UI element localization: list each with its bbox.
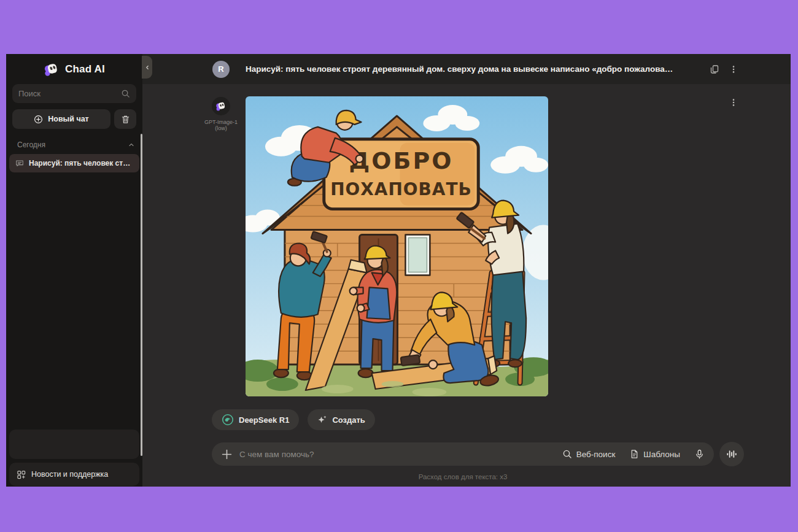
microphone-button[interactable]	[695, 449, 704, 460]
app-window: Chad AI Поиск Новый чат	[6, 54, 791, 487]
desktop-background: Chad AI Поиск Новый чат	[0, 0, 798, 532]
model-variant: (low)	[201, 125, 241, 131]
sidebar-collapse-button[interactable]	[142, 56, 152, 79]
document-icon	[630, 449, 639, 459]
model-meta: GPT-Image-1 (low)	[201, 97, 241, 131]
search-input[interactable]: Поиск	[12, 84, 136, 103]
chad-ai-logo-icon	[44, 61, 60, 77]
composer[interactable]: С чем вам помочь? Веб-поиск	[212, 442, 714, 466]
generated-image[interactable]: ДОБРО ПОХАПОВАТЬ	[246, 96, 548, 396]
chat-header: R Нарисуй: пять человек строят деревянны…	[142, 54, 791, 84]
kebab-menu-icon	[729, 64, 738, 74]
create-button[interactable]: Создать	[308, 409, 374, 430]
voice-mode-button[interactable]	[719, 442, 744, 466]
model-name: GPT-Image-1	[201, 119, 241, 125]
chat-item-label: Нарисуй: пять человек стро...	[29, 159, 133, 168]
chat-list-item[interactable]: Нарисуй: пять человек стро...	[9, 154, 139, 172]
search-icon	[562, 449, 572, 459]
trash-icon	[121, 115, 130, 124]
brand-name: Chad AI	[65, 63, 105, 75]
model-avatar	[212, 97, 230, 115]
word-cost-note: Расход слов для текста: x3	[212, 473, 714, 480]
sidebar-banner	[9, 430, 139, 459]
brand: Chad AI	[6, 61, 142, 77]
chevron-up-icon[interactable]	[128, 141, 135, 148]
user-message: Нарисуй: пять человек строят деревянный …	[246, 64, 675, 74]
kebab-menu-icon	[729, 98, 738, 107]
user-avatar: R	[212, 61, 230, 78]
search-icon	[121, 89, 130, 98]
house-illustration: ДОБРО ПОХАПОВАТЬ	[246, 96, 548, 396]
chevron-left-icon	[144, 64, 150, 71]
chat-body: GPT-Image-1 (low)	[142, 84, 791, 487]
message-menu-button[interactable]	[729, 64, 738, 74]
copy-icon	[710, 64, 719, 74]
chat-bubble-icon	[15, 159, 24, 168]
attach-button[interactable]	[222, 449, 232, 460]
news-support-label: Новости и поддержка	[31, 470, 108, 479]
plus-icon	[222, 449, 232, 460]
equalizer-icon	[726, 449, 737, 460]
news-support-button[interactable]: Новости и поддержка	[9, 463, 139, 486]
main-panel: R Нарисуй: пять человек строят деревянны…	[142, 54, 791, 487]
delete-chats-button[interactable]	[114, 109, 136, 129]
microphone-icon	[695, 449, 704, 460]
sidebar: Chad AI Поиск Новый чат	[6, 54, 142, 487]
sign-text-line1: ДОБРО	[349, 147, 454, 174]
sign-text-line2: ПОХАПОВАТЬ	[330, 179, 472, 199]
response-menu-button[interactable]	[729, 98, 738, 107]
deepseek-logo-icon	[222, 414, 234, 426]
web-search-button[interactable]: Веб-поиск	[562, 449, 616, 459]
templates-button[interactable]: Шаблоны	[630, 449, 680, 459]
search-placeholder: Поиск	[18, 89, 41, 98]
user-avatar-initial: R	[218, 64, 223, 74]
section-today: Сегодня	[17, 141, 135, 149]
copy-message-button[interactable]	[710, 64, 719, 74]
plus-circle-icon	[34, 115, 43, 124]
new-chat-label: Новый чат	[48, 115, 89, 123]
model-selector-button[interactable]: DeepSeek R1	[212, 409, 299, 430]
grid-plus-icon	[17, 470, 26, 479]
section-today-label: Сегодня	[17, 141, 45, 149]
sparkles-icon	[317, 415, 327, 425]
chad-ai-mini-logo-icon	[215, 101, 227, 112]
model-pill-label: DeepSeek R1	[239, 415, 289, 425]
create-pill-label: Создать	[332, 415, 365, 425]
templates-label: Шаблоны	[643, 450, 680, 459]
web-search-label: Веб-поиск	[576, 450, 616, 459]
new-chat-button[interactable]: Новый чат	[12, 109, 110, 129]
composer-placeholder: С чем вам помочь?	[239, 450, 314, 459]
